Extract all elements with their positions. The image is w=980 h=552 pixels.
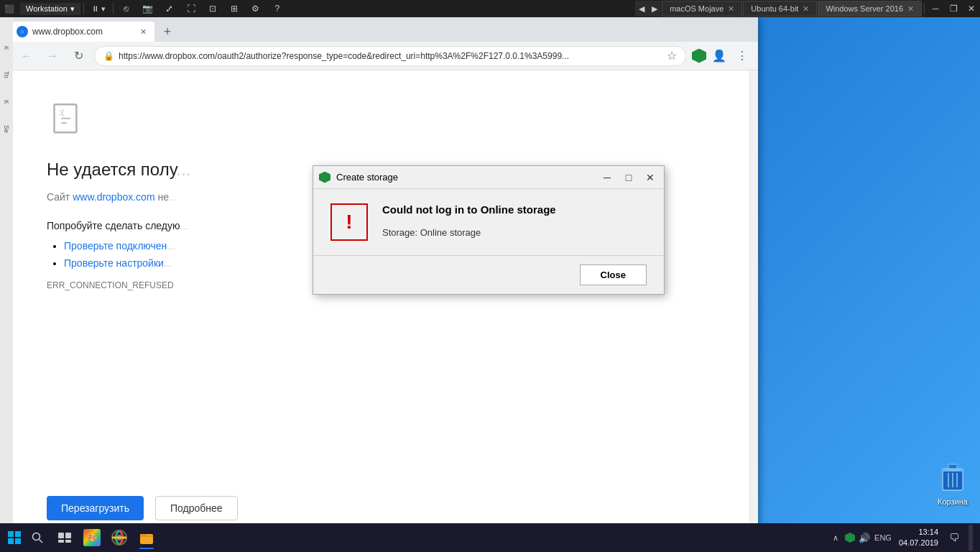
workstation-label: Workstation [26, 4, 68, 13]
details-button[interactable]: Подробнее [155, 496, 238, 520]
taskbar-app-icons: 🎨 [52, 525, 160, 551]
window-restore[interactable]: ❐ [945, 1, 962, 17]
send-ctrl-alt-del-btn[interactable]: ⎋ [116, 1, 137, 17]
recycle-bin-label: Корзина [938, 497, 968, 506]
dialog-restore-btn[interactable]: □ [621, 170, 637, 185]
start-button[interactable] [3, 526, 26, 549]
vmware-icon: ⬛ [4, 4, 14, 14]
svg-rect-13 [8, 538, 14, 544]
dialog-close-button[interactable]: Close [580, 264, 647, 285]
error-site-link[interactable]: www.dropbox.com [73, 191, 154, 203]
reload-button[interactable]: ↻ [68, 46, 88, 66]
vm-tab-winserver-close[interactable]: ✕ [907, 4, 914, 14]
svg-rect-18 [65, 533, 71, 538]
reload-page-button[interactable]: Перезагрузить [47, 496, 144, 520]
svg-rect-14 [15, 538, 21, 544]
help-btn[interactable]: ? [267, 1, 287, 17]
error-suggestion-2-link[interactable]: Проверьте настройки... [64, 257, 172, 269]
task-view-icon [58, 533, 71, 543]
dialog-title-icon [319, 172, 330, 183]
window-close[interactable]: ✕ [963, 1, 980, 17]
warning-exclamation: ! [346, 211, 352, 234]
vmware-tray-icon[interactable] [844, 532, 856, 543]
paint-app-btn[interactable]: 🎨 [79, 525, 105, 551]
vm-tab-ubuntu-close[interactable]: ✕ [803, 4, 809, 14]
side-label-1: К [3, 46, 10, 50]
svg-rect-20 [65, 540, 71, 543]
language-label: ENG [874, 533, 892, 542]
error-page: :( Не удается полу... Сайт www.dropbox.c… [11, 70, 749, 549]
vmware-logo[interactable]: ⬛ [0, 3, 19, 15]
svg-rect-11 [8, 531, 14, 537]
secure-icon: 🔒 [103, 51, 114, 61]
show-desktop-btn[interactable] [969, 525, 973, 551]
vm-tab-next[interactable]: ▶ [648, 1, 661, 17]
chrome-profile-btn[interactable]: 👤 [709, 46, 729, 66]
dialog-warning-icon: ! [330, 203, 368, 241]
vm-tab-winserver[interactable]: Windows Server 2016 ✕ [818, 1, 922, 17]
chrome-app-btn[interactable] [106, 525, 132, 551]
dialog-footer: Close [313, 255, 664, 294]
svg-line-16 [40, 540, 43, 543]
dialog-body: ! Could not log in to Online storage Sto… [313, 189, 664, 255]
dialog-sub-text: Storage: Online storage [382, 227, 647, 238]
usb-btn[interactable]: ⑇ [160, 1, 180, 17]
snapshot-btn[interactable]: 📷 [138, 1, 158, 17]
dialog-main-text: Could not log in to Online storage [382, 203, 647, 216]
back-button[interactable]: ← [17, 46, 37, 66]
chrome-menu-btn[interactable]: ⋮ [732, 46, 752, 66]
dialog-minimize-btn[interactable]: ─ [599, 170, 615, 185]
page-scrollbar[interactable] [749, 70, 758, 549]
create-storage-dialog[interactable]: Create storage ─ □ ✕ ! Could not log in … [313, 165, 665, 295]
error-suggestion-1-link[interactable]: Проверьте подключен... [64, 240, 175, 252]
taskbar-bottom: 🎨 [0, 523, 980, 552]
vmware-taskbar: ⬛ Workstation ▾ ⏸ ▾ ⎋ 📷 ⑇ ⛶ ⊡ ⊞ ⚙ ? [0, 0, 980, 17]
dialog-close-title-btn[interactable]: ✕ [642, 170, 658, 185]
error-action-buttons: Перезагрузить Подробнее [47, 496, 238, 520]
vm-tab-ubuntu[interactable]: Ubuntu 64-bit ✕ [743, 1, 817, 17]
url-text: https://www.dropbox.com/oauth2/authorize… [119, 51, 662, 61]
side-panel: К То К Se [0, 17, 13, 535]
window-minimize[interactable]: ─ [927, 1, 944, 17]
fullscreen-btn[interactable]: ⛶ [181, 1, 201, 17]
explorer-app-btn[interactable] [134, 525, 160, 551]
volume-icon[interactable]: 🔊 [859, 532, 870, 543]
clock-display[interactable]: 13:14 04.07.2019 [896, 527, 941, 549]
settings-btn[interactable]: ⚙ [246, 1, 266, 17]
vmware-shield-tray-icon [845, 533, 855, 543]
bookmark-icon[interactable]: ☆ [667, 49, 677, 63]
chrome-tab-dropbox[interactable]: ○ www.dropbox.com ✕ [11, 22, 154, 42]
notify-arrow-icon[interactable]: ∧ [830, 532, 841, 543]
side-label-2: То [3, 71, 10, 78]
search-button[interactable] [26, 526, 49, 549]
error-page-icon: :( [47, 99, 90, 142]
vm-tab-macos-close[interactable]: ✕ [728, 4, 734, 14]
search-icon-svg [32, 532, 43, 543]
browser-content: :( Не удается полу... Сайт www.dropbox.c… [11, 70, 758, 549]
chevron-up-icon: ∧ [833, 533, 838, 543]
pause-button[interactable]: ⏸ ▾ [87, 3, 110, 15]
separator-1 [83, 3, 84, 14]
svg-rect-7 [948, 464, 957, 469]
view-btn[interactable]: ⊞ [224, 1, 244, 17]
forward-button[interactable]: → [42, 46, 63, 66]
vm-tabs: ◀ ▶ macOS Mojave ✕ Ubuntu 64-bit ✕ Windo… [635, 1, 980, 17]
chrome-url-bar[interactable]: 🔒 https://www.dropbox.com/oauth2/authori… [94, 46, 686, 66]
vm-tab-winserver-label: Windows Server 2016 [826, 4, 903, 13]
action-center-btn[interactable]: 🗨 [944, 528, 964, 548]
chrome-tab-close[interactable]: ✕ [137, 26, 149, 37]
chrome-tab-favicon: ○ [17, 26, 28, 37]
recycle-bin-icon[interactable]: Корзина [933, 457, 973, 509]
chrome-new-tab-button[interactable]: + [157, 22, 177, 42]
vm-tab-prev[interactable]: ◀ [635, 1, 648, 17]
language-indicator[interactable]: ENG [873, 532, 893, 543]
dialog-text-area: Could not log in to Online storage Stora… [382, 203, 647, 238]
task-view-btn[interactable] [52, 525, 78, 551]
svg-text::(: :( [59, 108, 64, 116]
unity-btn[interactable]: ⊡ [203, 1, 223, 17]
chrome-icon-svg [111, 530, 127, 546]
separator-tabs [924, 3, 925, 14]
workstation-menu[interactable]: Workstation ▾ [20, 3, 80, 15]
vm-tab-macos[interactable]: macOS Mojave ✕ [662, 1, 742, 17]
chrome-address-bar: ← → ↻ 🔒 https://www.dropbox.com/oauth2/a… [11, 42, 758, 70]
